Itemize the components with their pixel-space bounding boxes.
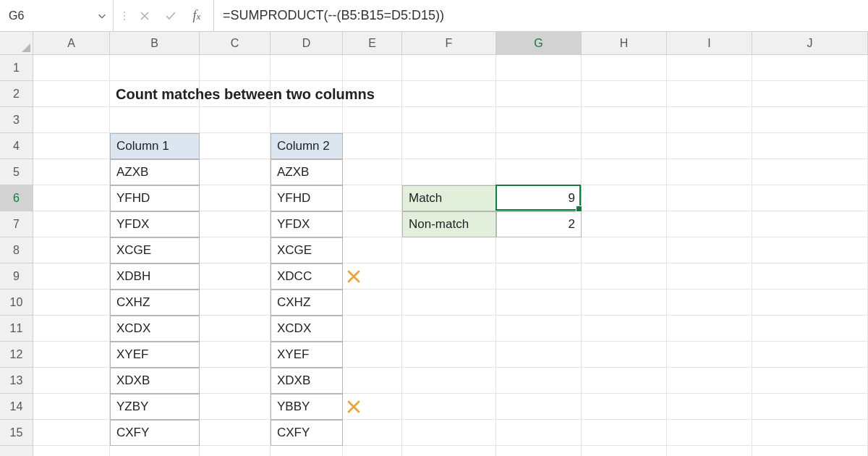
col1-cell-6[interactable]: XCDX (110, 316, 200, 342)
row-header-6[interactable]: 6 (0, 185, 33, 211)
cancel-button[interactable] (137, 8, 153, 24)
col1-cell-10[interactable]: CXFY (110, 420, 200, 446)
col1-header: Column 1 (110, 133, 200, 159)
col2-cell-7[interactable]: XYEF (271, 342, 343, 368)
nonmatch-value[interactable]: 2 (496, 211, 582, 237)
col1-cell-5[interactable]: CXHZ (110, 290, 200, 316)
column-header-C[interactable]: C (200, 32, 271, 54)
col1-cell-4[interactable]: XDBH (110, 263, 200, 290)
select-all-corner[interactable] (0, 32, 33, 55)
fx-icon: fx (193, 8, 201, 23)
match-value[interactable]: 9 (496, 185, 582, 211)
check-icon (164, 9, 177, 22)
formula-text: =SUMPRODUCT(--(B5:B15=D5:D15)) (223, 8, 444, 23)
col1-cell-9[interactable]: YZBY (110, 394, 200, 420)
column-header-J[interactable]: J (752, 32, 868, 54)
mismatch-mark-4 (343, 263, 402, 290)
col1-cell-3[interactable]: XCGE (110, 237, 200, 263)
column-header-B[interactable]: B (110, 32, 200, 54)
col2-cell-0[interactable]: AZXB (271, 159, 343, 185)
row-header-10[interactable]: 10 (0, 290, 33, 316)
col2-cell-1[interactable]: YFHD (271, 185, 343, 211)
row-header-12[interactable]: 12 (0, 342, 33, 368)
col2-cell-5[interactable]: CXHZ (271, 290, 343, 316)
grip-icon (122, 12, 127, 20)
excel-window: G6 fx =SUMPRODUCT(--(B5:B15=D5:D15)) ABC… (0, 0, 868, 456)
col1-cell-8[interactable]: XDXB (110, 368, 200, 394)
formula-bar-buttons: fx (114, 0, 214, 31)
chevron-down-icon (97, 11, 107, 21)
mismatch-mark-9 (343, 394, 402, 420)
row-header-4[interactable]: 4 (0, 133, 33, 159)
row-headers: 123456789101112131415 (0, 55, 33, 456)
column-header-G[interactable]: G (496, 32, 582, 54)
row-header-15[interactable]: 15 (0, 420, 33, 446)
column-header-E[interactable]: E (343, 32, 402, 54)
col2-cell-9[interactable]: YBBY (271, 394, 343, 420)
column-header-A[interactable]: A (33, 32, 110, 54)
row-header-1[interactable]: 1 (0, 55, 33, 81)
row-header-7[interactable]: 7 (0, 211, 33, 237)
col1-cell-1[interactable]: YFHD (110, 185, 200, 211)
col2-cell-10[interactable]: CXFY (271, 420, 343, 446)
col2-header: Column 2 (271, 133, 343, 159)
row-header-8[interactable]: 8 (0, 237, 33, 263)
col2-cell-6[interactable]: XCDX (271, 316, 343, 342)
row-header-11[interactable]: 11 (0, 316, 33, 342)
cells-area[interactable]: Count matches between two columnsColumn … (33, 55, 868, 456)
row-header-9[interactable]: 9 (0, 263, 33, 290)
col1-cell-7[interactable]: XYEF (110, 342, 200, 368)
row-header-13[interactable]: 13 (0, 368, 33, 394)
column-header-I[interactable]: I (667, 32, 752, 54)
column-headers: ABCDEFGHIJ (33, 32, 868, 55)
column-header-D[interactable]: D (271, 32, 343, 54)
col1-cell-0[interactable]: AZXB (110, 159, 200, 185)
row-header-2[interactable]: 2 (0, 81, 33, 107)
x-icon (346, 269, 362, 284)
name-box[interactable]: G6 (0, 0, 114, 31)
formula-input[interactable]: =SUMPRODUCT(--(B5:B15=D5:D15)) (214, 0, 868, 31)
nonmatch-label: Non-match (402, 211, 496, 237)
row-header-3[interactable]: 3 (0, 107, 33, 133)
match-label: Match (402, 185, 496, 211)
col2-cell-8[interactable]: XDXB (271, 368, 343, 394)
column-header-F[interactable]: F (402, 32, 496, 54)
column-header-H[interactable]: H (582, 32, 667, 54)
col2-cell-2[interactable]: YFDX (271, 211, 343, 237)
row-header-5[interactable]: 5 (0, 159, 33, 185)
enter-button[interactable] (163, 8, 179, 24)
fx-button[interactable]: fx (189, 8, 205, 24)
spreadsheet-grid[interactable]: ABCDEFGHIJ 123456789101112131415 Count m… (0, 32, 868, 456)
x-icon (346, 399, 362, 415)
page-title: Count matches between two columns (110, 81, 496, 107)
formula-bar: G6 fx =SUMPRODUCT(--(B5:B15=D5:D15)) (0, 0, 868, 32)
name-box-value: G6 (9, 9, 24, 22)
row-header-14[interactable]: 14 (0, 394, 33, 420)
col2-cell-3[interactable]: XCGE (271, 237, 343, 263)
col2-cell-4[interactable]: XDCC (271, 263, 343, 290)
col1-cell-2[interactable]: YFDX (110, 211, 200, 237)
x-icon (139, 10, 150, 22)
